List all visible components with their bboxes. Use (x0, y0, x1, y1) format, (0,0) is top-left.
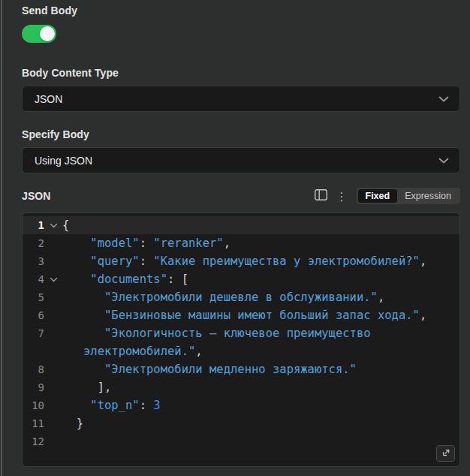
line-number: 3 (23, 252, 44, 270)
fold-gutter (44, 378, 62, 396)
code-line: 11 } (23, 414, 459, 432)
line-number: 1 (23, 216, 44, 234)
fold-gutter (44, 288, 62, 306)
send-body-toggle[interactable] (22, 25, 56, 43)
code-text: "Электромобили медленно заряжаются." (62, 360, 357, 378)
code-lines-container: 1{2 "model": "reranker",3 "query": "Каки… (23, 216, 459, 450)
fold-gutter (44, 324, 62, 342)
specify-body-value: Using JSON (35, 155, 92, 167)
fold-gutter (44, 360, 62, 378)
body-content-type-value: JSON (35, 93, 62, 105)
code-text: "documents": [ (62, 270, 188, 288)
code-line: 5 "Электромобили дешевле в обслуживании.… (23, 288, 459, 306)
code-text: "Экологичность — ключевое преимущество (62, 324, 371, 342)
line-number: 4 (23, 270, 44, 288)
code-text: "model": "reranker", (62, 234, 230, 252)
expand-icon (441, 448, 450, 459)
chevron-down-icon (438, 158, 449, 164)
fold-gutter (44, 234, 62, 252)
fold-chevron-icon[interactable] (44, 270, 62, 288)
code-line: 10 "top_n": 3 (23, 396, 459, 414)
line-number: 2 (23, 234, 44, 252)
code-text: электромобилей.", (62, 342, 203, 360)
panel-left-divider (1, 0, 2, 476)
http-request-body-panel: Send Body Body Content Type JSON Specify… (0, 0, 470, 476)
line-number: 12 (23, 432, 44, 450)
fold-gutter (44, 252, 62, 270)
code-text: "top_n": 3 (62, 396, 161, 414)
code-text: } (62, 414, 83, 432)
line-number: 9 (23, 378, 44, 396)
options-menu-button[interactable]: ⋮ (336, 191, 348, 202)
fold-chevron-icon[interactable] (44, 216, 62, 234)
fold-gutter (44, 306, 62, 324)
json-field-label: JSON (22, 190, 51, 202)
line-number: 7 (23, 324, 44, 342)
code-text: { (62, 216, 69, 234)
code-line: 6 "Бензиновые машины имеют больший запас… (23, 306, 459, 324)
line-number: 11 (23, 414, 44, 432)
fixed-expression-toggle: Fixed Expression (357, 188, 461, 204)
split-view-button[interactable] (315, 189, 327, 203)
code-line: 2 "model": "reranker", (23, 234, 459, 252)
fold-gutter (44, 396, 62, 414)
line-number: 10 (23, 396, 44, 414)
line-number: 8 (23, 360, 44, 378)
fold-gutter (44, 342, 62, 360)
code-line: 3 "query": "Какие преимущества у электро… (23, 252, 459, 270)
code-text: "Электромобили дешевле в обслуживании.", (62, 288, 384, 306)
code-text: "query": "Какие преимущества у электромо… (62, 252, 426, 270)
chevron-down-icon (438, 96, 449, 102)
code-line: 8 "Электромобили медленно заряжаются." (23, 360, 459, 378)
code-line: 1{ (23, 216, 459, 234)
code-text: "Бензиновые машины имеют больший запас х… (62, 306, 426, 324)
columns-icon (315, 189, 327, 203)
kebab-icon: ⋮ (336, 191, 348, 202)
code-line: 9 ], (23, 378, 459, 396)
code-line: электромобилей.", (23, 342, 459, 360)
toggle-knob (40, 26, 55, 41)
mode-fixed-button[interactable]: Fixed (358, 189, 398, 203)
send-body-label: Send Body (22, 0, 460, 17)
fold-gutter (44, 414, 62, 432)
json-code-editor[interactable]: 1{2 "model": "reranker",3 "query": "Каки… (22, 212, 460, 467)
code-line: 12 (23, 432, 459, 450)
code-line: 4 "documents": [ (23, 270, 459, 288)
code-line: 7 "Экологичность — ключевое преимущество (23, 324, 459, 342)
line-number: 5 (23, 288, 44, 306)
specify-body-select[interactable]: Using JSON (22, 147, 460, 173)
specify-body-label: Specify Body (22, 128, 460, 140)
mode-expression-button[interactable]: Expression (397, 189, 459, 203)
body-content-type-select[interactable]: JSON (22, 86, 460, 112)
body-content-type-label: Body Content Type (22, 67, 460, 79)
code-text: ], (62, 378, 111, 396)
expand-editor-button[interactable] (436, 445, 455, 462)
line-number: 6 (23, 306, 44, 324)
fold-gutter (44, 432, 62, 450)
